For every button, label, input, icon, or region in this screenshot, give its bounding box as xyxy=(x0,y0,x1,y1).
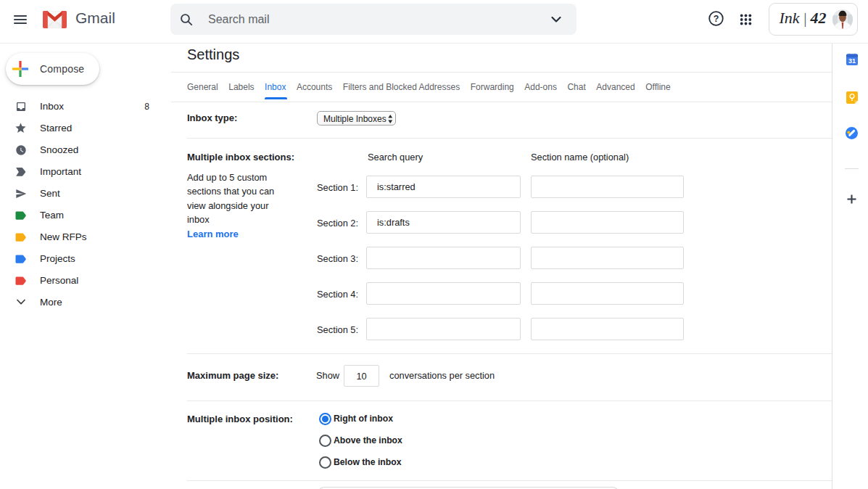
svg-text:?: ? xyxy=(714,14,719,24)
svg-text:31: 31 xyxy=(848,57,856,65)
